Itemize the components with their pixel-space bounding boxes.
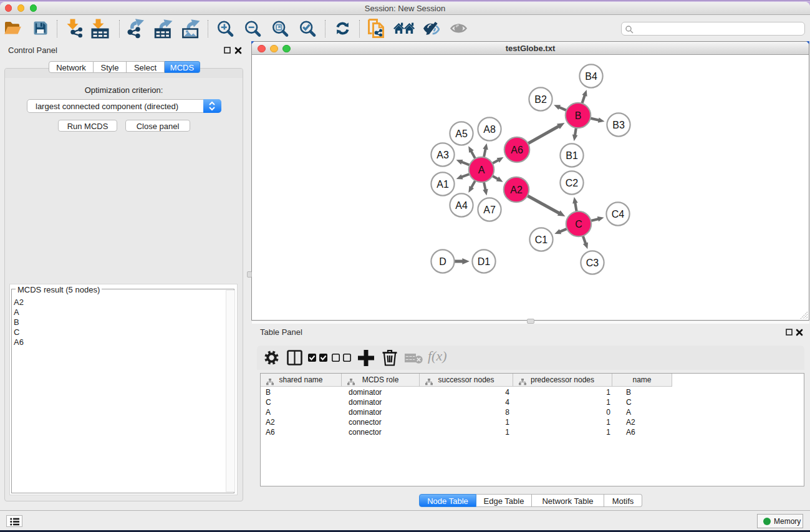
svg-text:C2: C2 <box>566 177 579 188</box>
svg-text:A: A <box>478 164 485 175</box>
svg-text:A6: A6 <box>511 144 523 155</box>
svg-text:B3: B3 <box>612 119 625 130</box>
svg-text:A5: A5 <box>455 128 468 138</box>
svg-text:A1: A1 <box>436 178 449 189</box>
svg-text:D: D <box>439 256 446 266</box>
svg-text:A2: A2 <box>510 184 523 195</box>
svg-text:C1: C1 <box>535 234 548 244</box>
svg-text:A7: A7 <box>483 204 496 215</box>
svg-text:C4: C4 <box>612 208 625 219</box>
svg-text:A3: A3 <box>436 149 449 160</box>
svg-text:A4: A4 <box>455 200 468 210</box>
svg-text:B: B <box>575 110 582 120</box>
svg-text:B4: B4 <box>585 70 597 81</box>
svg-text:A8: A8 <box>483 123 496 134</box>
svg-text:B1: B1 <box>566 150 578 160</box>
svg-text:D1: D1 <box>478 256 491 266</box>
svg-text:C3: C3 <box>586 257 599 268</box>
svg-text:B2: B2 <box>534 94 547 104</box>
svg-text:C: C <box>575 218 582 229</box>
